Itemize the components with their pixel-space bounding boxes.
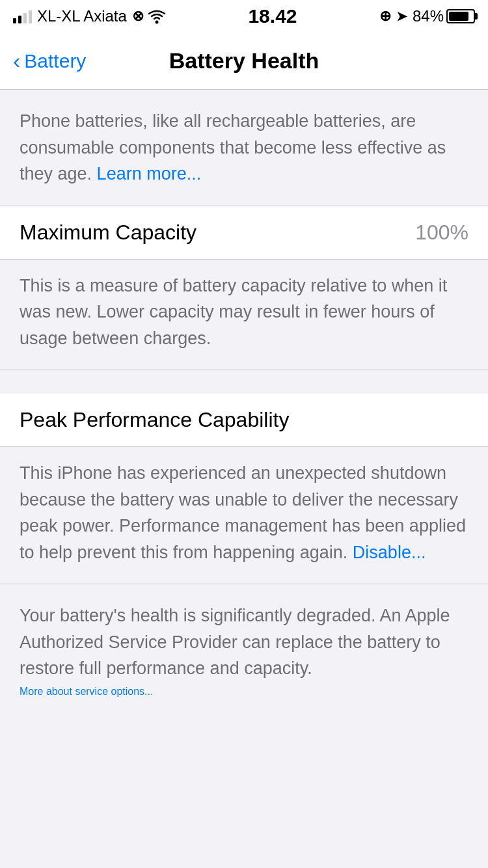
location-arrow-icon: ➤ [396, 8, 407, 24]
disable-link[interactable]: Disable... [353, 543, 426, 562]
battery-indicator: 84% [413, 7, 475, 25]
peak-performance-header: Peak Performance Capability [0, 394, 488, 447]
battery-body-icon [446, 9, 475, 23]
peak-performance-title: Peak Performance Capability [20, 408, 289, 431]
carrier-label: XL-XL Axiata [37, 7, 127, 25]
peak-performance-desc-text: This iPhone has experienced an unexpecte… [20, 463, 466, 562]
back-button-label: Battery [24, 50, 86, 72]
maximum-capacity-section: Maximum Capacity 100% [0, 206, 488, 260]
learn-more-link[interactable]: Learn more... [97, 164, 202, 183]
intro-text: Phone batteries, like all rechargeable b… [20, 111, 446, 183]
signal-bar-4 [29, 10, 32, 23]
maximum-capacity-description: This is a measure of battery capacity re… [0, 260, 488, 371]
status-time: 18.42 [248, 5, 297, 27]
maximum-capacity-row: Maximum Capacity 100% [0, 206, 488, 260]
battery-fill [449, 12, 468, 21]
maximum-capacity-label: Maximum Capacity [20, 221, 197, 245]
intro-info-section: Phone batteries, like all rechargeable b… [0, 90, 488, 206]
page-title: Battery Health [169, 48, 319, 74]
section-separator [0, 370, 488, 394]
signal-bars-icon [13, 9, 32, 23]
signal-bar-2 [18, 16, 21, 23]
battery-percent-label: 84% [413, 7, 444, 25]
status-left: XL-XL Axiata ⊗ [13, 7, 166, 25]
service-options-link[interactable]: More about service options... [20, 686, 468, 698]
degraded-battery-text: Your battery's health is significantly d… [20, 606, 450, 678]
back-button[interactable]: ‹ Battery [13, 48, 86, 74]
peak-performance-description: This iPhone has experienced an unexpecte… [0, 447, 488, 584]
maximum-capacity-desc-text: This is a measure of battery capacity re… [20, 276, 447, 348]
degraded-battery-section: Your battery's health is significantly d… [0, 584, 488, 716]
lock-rotation-icon: ⊕ [379, 8, 391, 25]
page-content: Phone batteries, like all rechargeable b… [0, 90, 488, 716]
status-right: ⊕ ➤ 84% [379, 7, 475, 25]
signal-bar-1 [13, 18, 16, 23]
status-bar: XL-XL Axiata ⊗ 18.42 ⊕ ➤ 84% [0, 0, 488, 33]
maximum-capacity-value: 100% [415, 221, 468, 245]
navigation-bar: ‹ Battery Battery Health [0, 33, 488, 90]
chevron-left-icon: ‹ [13, 48, 20, 74]
svg-point-0 [155, 21, 158, 24]
signal-bar-3 [23, 13, 27, 23]
wifi-icon: ⊗ [132, 8, 166, 25]
